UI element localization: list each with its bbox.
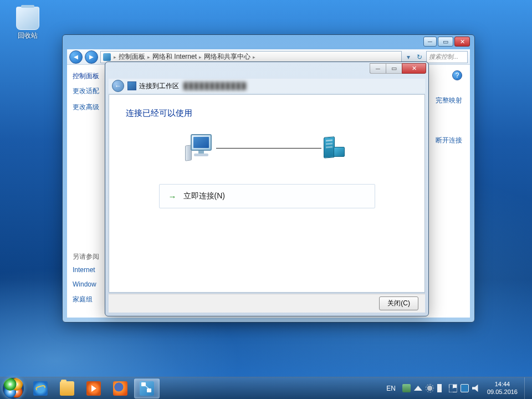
wizard-maximize-button[interactable]: ▭ [386,63,402,74]
folder-icon [60,381,74,396]
taskbar-ie[interactable] [28,378,53,398]
show-desktop-button[interactable] [524,377,530,400]
wizard-titlebar-buttons: ─ ▭ ✕ [370,63,426,74]
clock-date: 09.05.2016 [487,388,518,396]
system-tray: EN 14:44 09.05.2016 [384,377,532,399]
network-diagram [126,134,408,162]
wizard-content: 连接已经可以使用 → 立即连接(N) [109,94,425,293]
cp-maximize-button[interactable]: ▭ [438,37,453,47]
link-disconnect[interactable]: 断开连接 [436,136,462,145]
start-button[interactable] [2,377,24,400]
address-icon [103,53,111,61]
taskbar-pinned-items [28,377,160,399]
wizard-back-button[interactable]: ← [112,80,124,92]
breadcrumb-separator-icon: ▸ [252,54,256,60]
wizard-close-button[interactable]: ✕ [402,63,426,74]
breadcrumb-separator-icon: ▸ [147,54,151,60]
firefox-icon [113,381,127,396]
network-center-icon [140,381,154,396]
breadcrumb-network-sharing-center[interactable]: 网络和共享中心 [202,52,252,62]
server-icon [321,136,348,160]
tray-gear-icon[interactable] [426,384,434,392]
connect-now-label: 立即连接(N) [183,191,225,201]
tray-volume-icon[interactable] [472,384,480,392]
taskbar-clock[interactable]: 14:44 09.05.2016 [485,381,520,395]
wizard-title: 连接到工作区 [139,81,179,91]
search-input[interactable]: 搜索控制... [426,51,468,63]
tray-drive-icon[interactable] [402,384,411,392]
breadcrumb-separator-icon: ▸ [198,54,202,60]
link-full-map[interactable]: 完整映射 [436,96,462,105]
wizard-close-footer-button[interactable]: 关闭(C) [379,296,418,310]
address-dropdown-button[interactable]: ▾ [404,53,413,61]
connect-now-command-link[interactable]: → 立即连接(N) [159,184,375,208]
cp-close-button[interactable]: ✕ [454,37,470,47]
connect-workplace-wizard-window: ─ ▭ ✕ ← 连接到工作区 ████████████ 连接已经可以使用 → 立… [105,62,429,316]
clock-time: 14:44 [487,381,518,388]
recycle-bin-icon [16,7,39,30]
nav-back-button[interactable]: ◄ [69,50,83,64]
tray-overflow-icon[interactable] [414,384,422,392]
taskbar-media-player[interactable] [81,378,106,398]
network-icon [127,81,136,90]
ie-icon [33,381,48,396]
wizard-minimize-button[interactable]: ─ [370,63,386,74]
breadcrumb-network-internet[interactable]: 网络和 Internet [151,52,198,62]
breadcrumb-control-panel[interactable]: 控制面板 [117,52,147,62]
tray-monitor-icon[interactable] [461,384,469,392]
wizard-heading: 连接已经可以使用 [126,108,408,119]
breadcrumb-separator-icon: ▸ [113,54,117,60]
cp-titlebar-buttons: ─ ▭ ✕ [423,37,470,47]
wizard-footer: 关闭(C) [109,294,425,313]
taskbar-explorer[interactable] [54,378,80,398]
nav-forward-button[interactable]: ► [85,50,98,64]
taskbar-firefox[interactable] [108,378,133,398]
tray-action-center-icon[interactable] [437,384,446,392]
media-player-icon [86,381,101,396]
recycle-bin-label: 回收站 [11,31,44,40]
recycle-bin-desktop-icon[interactable]: 回收站 [11,7,44,40]
arrow-right-icon: → [168,192,177,201]
refresh-button[interactable]: ↻ [415,53,424,61]
tray-icons [402,384,480,392]
computer-icon [186,134,216,162]
help-button[interactable]: ? [452,70,462,80]
connection-line-icon [216,148,321,149]
taskbar: EN 14:44 09.05.2016 [0,377,532,399]
language-indicator[interactable]: EN [384,383,398,393]
cp-minimize-button[interactable]: ─ [423,37,437,47]
wizard-header: ← 连接到工作区 ████████████ [109,79,425,93]
wizard-title-obscured: ████████████ [183,82,247,90]
taskbar-network-center[interactable] [134,378,160,398]
tray-network-icon[interactable] [449,384,457,392]
search-placeholder: 搜索控制... [429,53,458,61]
